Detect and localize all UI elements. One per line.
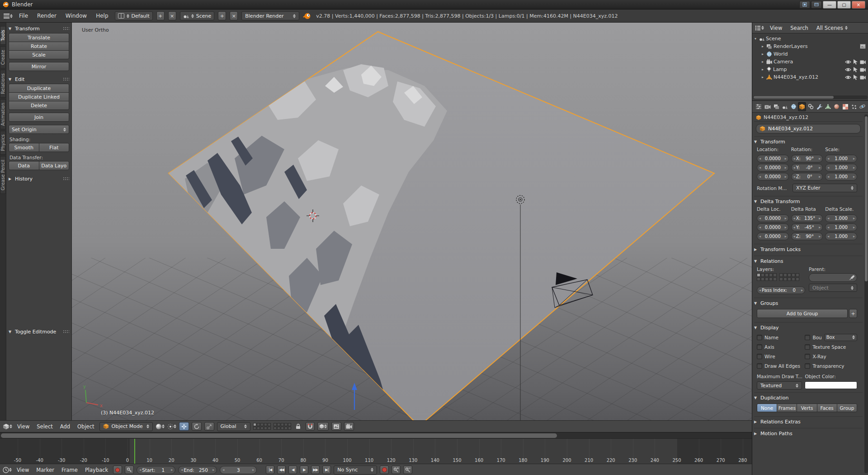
delta-location-z-field[interactable]: ◂0.0000▸ [757, 233, 789, 240]
layer-cell[interactable] [761, 277, 764, 281]
play-reverse-button[interactable]: ◀ [288, 466, 297, 474]
render-engine-dropdown[interactable]: Blender Render [241, 11, 299, 20]
tab-tools[interactable]: Tools [0, 26, 6, 45]
duplication-faces-button[interactable]: Faces [817, 404, 837, 412]
data-transfer-layout-button[interactable]: Data Layo [39, 161, 70, 170]
delta-rotation-y-field[interactable]: ◂Y:-45°▸ [791, 223, 823, 231]
layer-cell[interactable] [268, 423, 271, 426]
opengl-render-anim-button[interactable] [344, 422, 354, 431]
timeline-ruler[interactable]: -50-40-30-20-100102030405060708090100110… [0, 439, 752, 464]
expander-icon[interactable]: ▸ [760, 67, 765, 71]
menu-render[interactable]: Render [34, 11, 59, 20]
outliner-scrollbar[interactable] [753, 95, 868, 99]
tab-particles[interactable] [850, 102, 858, 111]
hide-toggle-eye-icon[interactable] [845, 67, 851, 72]
menu-help[interactable]: Help [93, 11, 111, 20]
display-draw-all-edges-checkbox[interactable]: Draw All Edges [757, 361, 802, 370]
object-name-field[interactable]: N44E034_xyz.012 [756, 124, 861, 133]
expander-icon[interactable]: ▸ [760, 52, 765, 56]
menu-file[interactable]: File [16, 11, 31, 20]
tab-object-data[interactable] [824, 102, 832, 111]
next-keyframe-button[interactable]: ▶▶ [311, 466, 320, 474]
keying-set-icon[interactable] [125, 466, 134, 474]
opengl-render-still-button[interactable] [331, 422, 341, 431]
keyframe-insert-button[interactable] [392, 466, 401, 474]
panel-transform-locks-header[interactable]: ▶Transform Locks [754, 245, 863, 254]
object-layers-grid[interactable] [757, 273, 805, 281]
outliner-menu-view[interactable]: View [768, 24, 784, 32]
layer-cell[interactable] [769, 273, 773, 277]
manipulator-scale-toggle[interactable] [204, 422, 214, 431]
layer-cell[interactable] [779, 277, 783, 281]
display-bounds-checkbox[interactable]: BouBox [805, 333, 857, 342]
render-restrict-icon[interactable] [860, 44, 866, 49]
outliner-row-scene[interactable]: ▾ Scene [753, 35, 868, 43]
close-button[interactable]: × [852, 1, 865, 9]
layer-cell[interactable] [761, 273, 764, 277]
duplicate-linked-button[interactable]: Duplicate Linked [9, 92, 69, 101]
terrain-mesh-object[interactable] [169, 32, 714, 420]
properties-scrollbar[interactable] [864, 114, 868, 473]
delta-scale-x-field[interactable]: ◂1.000▸ [825, 214, 857, 222]
viewport-menu-view[interactable]: View [15, 423, 32, 431]
panel-drag-handle[interactable] [63, 330, 69, 334]
tab-render-layers[interactable] [772, 102, 780, 111]
hide-toggle-eye-icon[interactable] [845, 59, 851, 65]
transform-orientation-dropdown[interactable]: Global [217, 422, 250, 431]
maximum-draw-type-dropdown[interactable]: Textured [757, 381, 802, 390]
layer-cell[interactable] [779, 273, 783, 277]
rotation-y-field[interactable]: ◂Y:-0°▸ [791, 164, 823, 171]
render-toggle-camera-icon[interactable] [860, 67, 866, 72]
rotate-button[interactable]: Rotate [9, 42, 69, 51]
timeline-scrollbar-handle[interactable] [1, 433, 557, 438]
selectable-toggle-pointer-icon[interactable] [853, 66, 858, 72]
panel-drag-handle[interactable] [63, 27, 69, 31]
tab-physics[interactable]: Physics [0, 131, 6, 155]
location-y-field[interactable]: ◂0.0000▸ [757, 164, 789, 171]
expander-icon[interactable]: ▾ [753, 37, 758, 41]
set-origin-dropdown[interactable]: Set Origin [9, 125, 69, 134]
layer-cell[interactable] [796, 273, 799, 277]
display-xray-checkbox[interactable]: X-Ray [805, 352, 857, 361]
duplication-group-button[interactable]: Group [837, 404, 857, 412]
outliner-row-lamp[interactable]: ▸ Lamp [753, 66, 868, 73]
layer-cell[interactable] [284, 427, 288, 430]
layer-cell[interactable] [284, 423, 288, 426]
new-group-button[interactable]: + [849, 309, 857, 318]
auto-keyframe-toggle[interactable] [113, 466, 122, 474]
pass-index-field[interactable]: ◂Pass Index:0▸ [757, 286, 805, 294]
expander-icon[interactable]: ▸ [760, 44, 765, 48]
translate-button[interactable]: Translate [9, 33, 69, 42]
eyedropper-icon[interactable] [849, 275, 854, 280]
delta-scale-z-field[interactable]: ◂1.000▸ [825, 233, 857, 240]
editor-type-3dview-icon[interactable] [3, 422, 12, 431]
timeline-menu-frame[interactable]: Frame [59, 466, 80, 474]
layer-cell[interactable] [765, 273, 769, 277]
scale-y-field[interactable]: ◂1.000▸ [825, 164, 857, 171]
layer-cell[interactable] [792, 273, 795, 277]
panel-transform-header[interactable]: ▼Transform [754, 138, 863, 146]
delta-location-x-field[interactable]: ◂0.0000▸ [757, 214, 789, 222]
panel-transform-header[interactable]: ▼ Transform [9, 24, 69, 33]
tab-grease-pencil[interactable]: Grease Pencil [0, 156, 6, 194]
layer-cell[interactable] [268, 427, 271, 430]
layer-cell[interactable] [773, 273, 777, 277]
pivot-center-dropdown[interactable] [167, 422, 176, 431]
duplication-none-button[interactable]: None [757, 404, 777, 412]
editor-type-properties-icon[interactable] [754, 102, 763, 111]
editor-type-info-icon[interactable] [4, 12, 13, 20]
jump-to-start-button[interactable]: |◀ [266, 466, 274, 474]
panel-motion-paths-header[interactable]: ▶Motion Paths [754, 429, 863, 438]
object-color-swatch[interactable] [805, 381, 857, 389]
properties-scrollbar-handle[interactable] [865, 116, 868, 281]
duplication-verts-button[interactable]: Verts [797, 404, 817, 412]
editor-type-timeline-icon[interactable] [3, 466, 12, 474]
prev-keyframe-button[interactable]: ◀◀ [277, 466, 286, 474]
selectable-toggle-pointer-icon[interactable] [853, 59, 858, 65]
panel-delta-header[interactable]: ▼Delta Transform [754, 197, 863, 206]
parent-type-dropdown[interactable]: Object [809, 284, 857, 292]
shade-flat-button[interactable]: Flat [39, 143, 70, 152]
panel-history-header[interactable]: ▶ History [9, 175, 69, 183]
titlebar-extra-icon-2[interactable] [811, 1, 822, 9]
layer-cell[interactable] [769, 277, 773, 281]
